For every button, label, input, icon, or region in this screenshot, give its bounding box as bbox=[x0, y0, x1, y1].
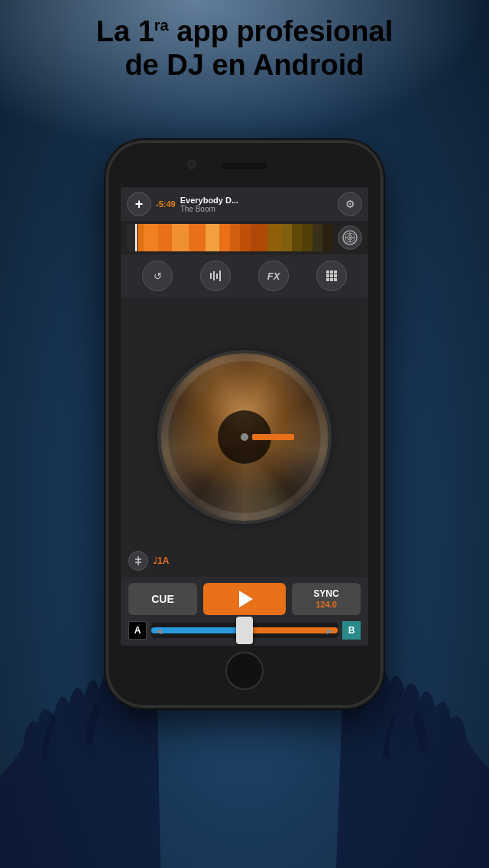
time-display: -5:49 bbox=[156, 199, 176, 209]
svg-rect-18 bbox=[326, 278, 329, 281]
phone-screen: + -5:49 Everybody D... The Boom ⚙ bbox=[121, 187, 368, 646]
deck-b-label: B bbox=[342, 621, 361, 640]
phone-speaker bbox=[222, 163, 267, 169]
plus-icon: + bbox=[135, 197, 144, 211]
add-button[interactable]: + bbox=[127, 192, 151, 216]
headline-line1: La 1ra app profesional bbox=[15, 15, 474, 49]
svg-rect-16 bbox=[330, 274, 333, 277]
play-icon bbox=[239, 591, 253, 607]
svg-rect-13 bbox=[330, 270, 333, 274]
eq-button[interactable] bbox=[200, 261, 231, 291]
turntable-dot bbox=[241, 433, 248, 441]
fx-button[interactable]: FX bbox=[258, 261, 289, 291]
eq-icon bbox=[209, 270, 222, 282]
svg-rect-19 bbox=[330, 278, 333, 281]
svg-rect-20 bbox=[334, 278, 337, 281]
screen-content: + -5:49 Everybody D... The Boom ⚙ bbox=[121, 187, 368, 646]
key-icon-button[interactable] bbox=[128, 551, 148, 571]
pitch-icon bbox=[133, 555, 144, 566]
phone-camera bbox=[187, 160, 196, 169]
svg-rect-11 bbox=[219, 270, 221, 281]
vinyl-spin-button[interactable] bbox=[338, 225, 362, 250]
grid-button[interactable] bbox=[316, 261, 347, 291]
gear-icon: ⚙ bbox=[345, 198, 355, 210]
track-info: Everybody D... The Boom bbox=[180, 196, 333, 213]
loop-icon: ↺ bbox=[154, 270, 162, 282]
waveform-position bbox=[135, 224, 137, 251]
sync-button[interactable]: SYNC 124.0 bbox=[292, 583, 361, 615]
crossfader-left-fill bbox=[151, 627, 244, 633]
svg-point-3 bbox=[349, 237, 351, 239]
crossfader-row: A ◀ ▶ B bbox=[128, 621, 361, 640]
track-title: Everybody D... bbox=[180, 196, 333, 205]
svg-rect-8 bbox=[210, 273, 212, 279]
svg-rect-17 bbox=[334, 274, 337, 277]
headline-line2: de DJ en Android bbox=[15, 49, 474, 83]
key-indicator: ♩1A bbox=[128, 551, 169, 571]
phone-home-button[interactable] bbox=[225, 652, 264, 690]
grid-icon bbox=[325, 270, 338, 282]
sync-bpm: 124.0 bbox=[316, 600, 337, 610]
top-bar: + -5:49 Everybody D... The Boom ⚙ bbox=[121, 187, 368, 221]
vinyl-icon bbox=[342, 230, 358, 245]
waveform-bar bbox=[121, 221, 368, 254]
crossfader-track[interactable]: ◀ ▶ bbox=[151, 623, 338, 638]
loop-button[interactable]: ↺ bbox=[142, 261, 173, 291]
cue-button[interactable]: CUE bbox=[128, 583, 197, 615]
turntable-area: ♩1A bbox=[121, 297, 368, 577]
turntable[interactable] bbox=[160, 353, 329, 521]
phone: + -5:49 Everybody D... The Boom ⚙ bbox=[107, 141, 382, 707]
svg-rect-14 bbox=[334, 270, 337, 274]
track-artist: The Boom bbox=[180, 205, 333, 213]
position-marker bbox=[252, 434, 294, 440]
svg-rect-9 bbox=[213, 271, 215, 280]
app-headline: La 1ra app profesional de DJ en Android bbox=[0, 15, 489, 82]
svg-rect-12 bbox=[326, 270, 329, 274]
sync-label: SYNC bbox=[313, 588, 338, 599]
controls-row: ↺ FX bbox=[121, 254, 368, 297]
deck-a-label: A bbox=[128, 621, 147, 640]
key-text: ♩1A bbox=[153, 555, 169, 566]
play-button[interactable] bbox=[203, 583, 286, 615]
crossfader-thumb[interactable] bbox=[236, 617, 253, 644]
fx-label: FX bbox=[267, 270, 280, 282]
svg-rect-10 bbox=[216, 274, 218, 279]
svg-rect-15 bbox=[326, 274, 329, 277]
waveform-visual bbox=[127, 224, 333, 251]
bottom-controls: CUE SYNC 124.0 A bbox=[121, 577, 368, 646]
crossfader-right-fill bbox=[244, 627, 338, 633]
phone-shell: + -5:49 Everybody D... The Boom ⚙ bbox=[107, 141, 382, 707]
superscript: ra bbox=[154, 17, 169, 34]
transport-row: CUE SYNC 124.0 bbox=[128, 583, 361, 615]
settings-button[interactable]: ⚙ bbox=[338, 192, 362, 216]
waveform-display[interactable] bbox=[127, 224, 333, 251]
